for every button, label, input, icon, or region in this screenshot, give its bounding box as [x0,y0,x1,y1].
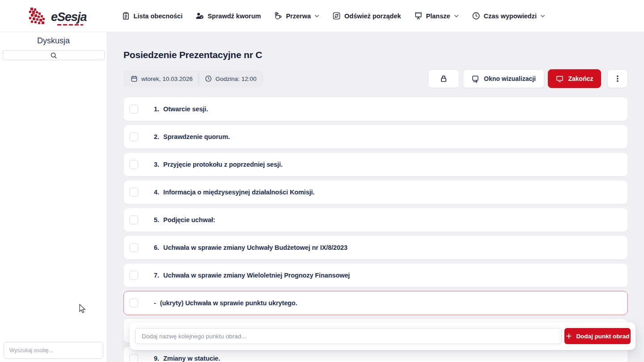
agenda-item-checkbox[interactable] [129,105,138,114]
agenda-item[interactable]: 4. Informacja o międzysesyjnej działalno… [123,180,628,204]
nav-label: Przerwa [286,13,311,20]
coffee-cup-icon [274,12,282,20]
agenda-item-title: Sprawdzenie quorum. [163,133,230,140]
clock-icon [205,75,212,82]
agenda-item-checkbox[interactable] [129,215,138,224]
add-agenda-point-button[interactable]: Dodaj punkt obrad [564,328,631,344]
nav-label: Plansze [426,13,450,20]
agenda-item-number: 7. [154,272,159,279]
chevron-down-icon [540,14,545,18]
clipboard-icon [122,12,130,20]
nav-label: Odśwież porządek [344,13,401,20]
agenda-item-checkbox[interactable] [129,354,138,362]
session-date: wtorek, 10.03.2026 [131,75,193,82]
agenda-item[interactable]: 2. Sprawdzenie quorum. [123,125,628,149]
agenda-item-title: Przyjęcie protokołu z poprzedniej sesji. [163,161,283,168]
add-agenda-point-bar: Dodaj punkt obrad [130,322,636,350]
agenda-item[interactable]: 1. Otwarcie sesji. [123,97,628,121]
agenda-item-number: 4. [154,189,159,196]
sidebar-title: Dyskusja [0,36,107,46]
meta-row: wtorek, 10.03.2026 Godzina: 12:00 [123,69,628,88]
topbar-nav: Lista obecności Sprawdź kworum Przerwa [122,12,545,20]
logo-tagline [57,24,83,25]
window-plus-icon [471,75,480,83]
session-time: Godzina: 12:00 [205,75,257,82]
padlock-icon [439,74,448,83]
agenda-item-number: 2. [154,133,159,140]
add-agenda-point-input[interactable] [135,328,562,344]
finish-label: Zakończ [568,75,593,82]
visualization-window-label: Okno wizualizacji [484,75,536,82]
add-agenda-point-label: Dodaj punkt obrad [576,333,629,340]
nav-check-quorum[interactable]: Sprawdź kworum [195,12,261,20]
discussion-search-input[interactable] [3,50,105,60]
chevron-down-icon [314,14,319,18]
nav-speech-time[interactable]: Czas wypowiedzi [472,12,545,20]
more-options-button[interactable] [607,69,628,88]
agenda-item-title: Otwarcie sesji. [163,105,208,113]
discussion-sidebar: Dyskusja [0,32,107,362]
agenda-item-number: - [154,299,156,307]
nav-label: Sprawdź kworum [208,13,261,20]
agenda-item[interactable]: - (ukryty) Uchwała w sprawie punktu ukry… [123,291,628,315]
agenda-item-number: 6. [154,244,159,251]
person-check-icon [195,12,204,20]
nav-break[interactable]: Przerwa [274,12,319,20]
agenda-item-checkbox[interactable] [129,160,138,169]
agenda-item-title: Zmiany w statucie. [163,355,220,362]
agenda-item-number: 9. [154,355,159,362]
agenda-item-title: Podjęcie uchwał: [163,216,215,223]
nav-label: Czas wypowiedzi [484,13,537,20]
nav-attendance-list[interactable]: Lista obecności [122,12,183,20]
search-icon [50,52,57,59]
nav-refresh-agenda[interactable]: Odśwież porządek [332,12,401,20]
agenda-item-checkbox[interactable] [129,271,138,280]
session-title: Posiedzenie Prezentacyjne nr C [123,49,628,60]
nav-boards[interactable]: Plansze [414,12,459,20]
finish-button[interactable]: Zakończ [548,69,601,88]
visualization-window-button[interactable]: Okno wizualizacji [463,69,544,88]
lock-button[interactable] [428,69,459,88]
agenda-item-number: 5. [154,216,159,223]
agenda-item-title: (ukryty) Uchwała w sprawie punktu ukryte… [160,299,297,307]
session-time-text: Godzina: 12:00 [216,76,257,82]
esesja-logo[interactable]: eSesja [28,7,87,25]
chevron-down-icon [454,14,459,18]
session-datetime-badge: wtorek, 10.03.2026 Godzina: 12:00 [123,71,263,87]
plus-icon [565,333,572,340]
agenda-item-checkbox[interactable] [129,188,138,197]
presentation-board-icon [414,12,423,20]
agenda-item-number: 3. [154,161,159,168]
agenda-item[interactable]: 5. Podjęcie uchwał: [123,208,628,232]
kebab-menu-icon [613,74,622,83]
agenda-item[interactable]: 6. Uchwała w sprawie zmiany Uchwały Budż… [123,236,628,260]
person-search-input[interactable] [4,342,103,359]
logo-text: eSesja [51,11,87,23]
badge-divider [199,74,199,83]
agenda-item[interactable]: 3. Przyjęcie protokołu z poprzedniej ses… [123,152,628,177]
monitor-icon [555,75,564,83]
agenda-item-title: Uchwała w sprawie zmiany Wieloletniej Pr… [163,272,350,279]
topbar: eSesja Lista obecności Sprawdź kworum [0,0,644,32]
nav-label: Lista obecności [134,13,183,20]
agenda-item-title: Informacja o międzysesyjnej działalności… [163,189,314,196]
agenda-item[interactable]: 7. Uchwała w sprawie zmiany Wieloletniej… [123,263,628,287]
session-actions: Okno wizualizacji Zakończ [428,69,628,88]
main-content: Posiedzenie Prezentacyjne nr C wtorek, 1… [107,32,644,362]
agenda-item-checkbox[interactable] [129,243,138,252]
refresh-list-icon [332,12,341,20]
agenda-item-checkbox[interactable] [129,299,138,307]
agenda-item-checkbox[interactable] [129,132,138,141]
clock-icon [472,12,480,20]
calendar-icon [131,75,138,82]
agenda-item-title: Uchwała w sprawie zmiany Uchwały Budżeto… [163,244,347,251]
agenda-item-number: 1. [154,105,159,113]
session-date-text: wtorek, 10.03.2026 [141,76,193,82]
esesja-eagle-icon [28,7,47,25]
